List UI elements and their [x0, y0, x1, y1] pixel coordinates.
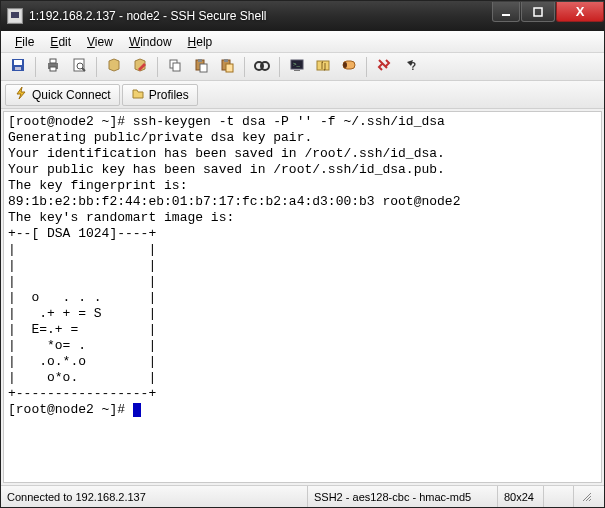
svg-marker-32: [17, 87, 25, 99]
statusbar: Connected to 192.168.2.137 SSH2 - aes128…: [1, 485, 604, 507]
menu-help[interactable]: Help: [182, 33, 219, 51]
status-cipher: SSH2 - aes128-cbc - hmac-md5: [308, 486, 498, 507]
svg-rect-20: [226, 64, 233, 72]
menu-window[interactable]: Window: [123, 33, 178, 51]
paste-selection-button[interactable]: [216, 56, 238, 78]
svg-rect-3: [534, 8, 542, 16]
tunnel-icon: [341, 57, 357, 76]
svg-rect-24: [294, 70, 300, 71]
status-connection: Connected to 192.168.2.137: [1, 486, 308, 507]
new-filetransfer-button[interactable]: [312, 56, 334, 78]
titlebar[interactable]: 1:192.168.2.137 - node2 - SSH Secure She…: [1, 1, 604, 31]
save-icon: [10, 57, 26, 76]
toolbar-separator: [35, 57, 36, 77]
filetransfer-icon: [315, 57, 331, 76]
cursor: [133, 403, 141, 417]
svg-rect-19: [224, 59, 228, 62]
profiles-button[interactable]: Profiles: [122, 84, 198, 106]
disconnect-button[interactable]: [373, 56, 395, 78]
app-window: 1:192.168.2.137 - node2 - SSH Secure She…: [0, 0, 605, 508]
help-icon: ?: [402, 57, 418, 76]
toolbar: >_ ?: [1, 53, 604, 81]
edit-profile-icon: [132, 57, 148, 76]
status-size: 80x24: [498, 486, 544, 507]
find-button[interactable]: [251, 56, 273, 78]
status-num: [574, 486, 604, 507]
close-button[interactable]: X: [556, 2, 604, 22]
terminal[interactable]: [root@node2 ~]# ssh-keygen -t dsa -P '' …: [3, 111, 602, 483]
svg-rect-8: [50, 59, 56, 63]
svg-point-30: [343, 62, 347, 68]
print-preview-icon: [71, 57, 87, 76]
copy-icon: [167, 57, 183, 76]
svg-text:>_: >_: [293, 61, 301, 67]
toolbar-separator: [279, 57, 280, 77]
copy-button[interactable]: [164, 56, 186, 78]
minimize-button[interactable]: [492, 2, 520, 22]
svg-rect-14: [173, 63, 180, 71]
menu-edit[interactable]: Edit: [44, 33, 77, 51]
paste-selection-icon: [219, 57, 235, 76]
svg-rect-2: [502, 14, 510, 16]
paste-button[interactable]: [190, 56, 212, 78]
svg-text:?: ?: [410, 61, 416, 72]
folder-icon: [131, 86, 145, 103]
quick-connect-label: Quick Connect: [32, 88, 111, 102]
profile-icon: [106, 57, 122, 76]
menu-view[interactable]: View: [81, 33, 119, 51]
save-button[interactable]: [7, 56, 29, 78]
help-button[interactable]: ?: [399, 56, 421, 78]
toolbar-separator: [366, 57, 367, 77]
toolbar-separator: [157, 57, 158, 77]
edit-profile-button[interactable]: [129, 56, 151, 78]
terminal-container: [root@node2 ~]# ssh-keygen -t dsa -P '' …: [1, 109, 604, 485]
paste-icon: [193, 57, 209, 76]
find-icon: [254, 57, 270, 76]
print-preview-button[interactable]: [68, 56, 90, 78]
menu-file[interactable]: File: [9, 33, 40, 51]
quick-connect-button[interactable]: Quick Connect: [5, 84, 120, 106]
toolbar-separator: [96, 57, 97, 77]
svg-rect-16: [198, 59, 202, 62]
window-title: 1:192.168.2.137 - node2 - SSH Secure She…: [29, 9, 491, 23]
svg-rect-6: [15, 67, 21, 70]
svg-rect-9: [50, 67, 56, 71]
app-icon: [7, 8, 23, 24]
new-terminal-button[interactable]: >_: [286, 56, 308, 78]
grip-icon: [580, 490, 592, 504]
print-icon: [45, 57, 61, 76]
menubar: File Edit View Window Help: [1, 31, 604, 53]
svg-rect-5: [14, 60, 22, 65]
tunnel-button[interactable]: [338, 56, 360, 78]
toolbar-separator: [244, 57, 245, 77]
quickbar: Quick Connect Profiles: [1, 81, 604, 109]
print-button[interactable]: [42, 56, 64, 78]
maximize-button[interactable]: [521, 2, 555, 22]
terminal-icon: >_: [289, 57, 305, 76]
profiles-label: Profiles: [149, 88, 189, 102]
window-controls: X: [491, 1, 604, 31]
lightning-icon: [14, 86, 28, 103]
status-caps: [544, 486, 574, 507]
svg-rect-1: [11, 12, 19, 18]
disconnect-icon: [376, 57, 392, 76]
new-profile-button[interactable]: [103, 56, 125, 78]
svg-rect-17: [200, 64, 207, 72]
